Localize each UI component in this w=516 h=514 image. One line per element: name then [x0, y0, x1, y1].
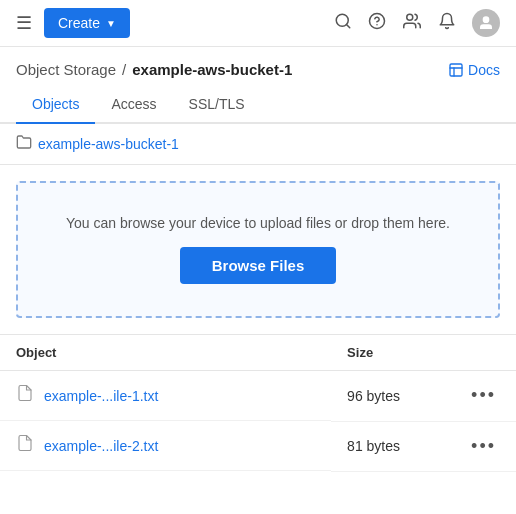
svg-point-5	[483, 17, 488, 22]
create-label: Create	[58, 15, 100, 31]
svg-line-1	[346, 24, 349, 27]
path-label[interactable]: example-aws-bucket-1	[38, 136, 179, 152]
users-icon[interactable]	[402, 12, 422, 35]
search-icon[interactable]	[334, 12, 352, 35]
tab-access[interactable]: Access	[95, 86, 172, 124]
svg-point-4	[407, 14, 413, 20]
tab-ssl-tls[interactable]: SSL/TLS	[173, 86, 261, 124]
nav-icons	[334, 9, 500, 37]
file-name-link[interactable]: example-...ile-2.txt	[44, 438, 158, 454]
file-size: 81 bytes	[331, 421, 451, 471]
file-table: Object Size example-...ile-1.txt 96 byte…	[0, 334, 516, 472]
breadcrumb-current: example-aws-bucket-1	[132, 61, 292, 78]
svg-rect-6	[450, 64, 462, 76]
more-options-button[interactable]: •••	[467, 436, 500, 457]
tab-objects[interactable]: Objects	[16, 86, 95, 124]
upload-zone: You can browse your device to upload fil…	[16, 181, 500, 318]
top-nav: ☰ Create ▼	[0, 0, 516, 47]
folder-icon	[16, 134, 32, 154]
path-bar: example-aws-bucket-1	[0, 124, 516, 165]
docs-link[interactable]: Docs	[448, 62, 500, 78]
file-actions-cell: •••	[451, 371, 516, 422]
hamburger-icon[interactable]: ☰	[16, 12, 32, 34]
upload-description: You can browse your device to upload fil…	[66, 215, 450, 231]
col-actions-header	[451, 335, 516, 371]
browse-files-button[interactable]: Browse Files	[180, 247, 337, 284]
file-icon	[16, 433, 34, 458]
breadcrumb-parent[interactable]: Object Storage	[16, 61, 116, 78]
breadcrumb-separator: /	[122, 61, 126, 78]
chevron-down-icon: ▼	[106, 18, 116, 29]
breadcrumb: Object Storage / example-aws-bucket-1	[16, 61, 292, 78]
breadcrumb-area: Object Storage / example-aws-bucket-1 Do…	[0, 47, 516, 86]
help-icon[interactable]	[368, 12, 386, 35]
file-actions-cell: •••	[451, 421, 516, 471]
table-row: example-...ile-2.txt 81 bytes •••	[0, 421, 516, 471]
docs-label: Docs	[468, 62, 500, 78]
bell-icon[interactable]	[438, 12, 456, 35]
tabs: Objects Access SSL/TLS	[0, 86, 516, 124]
col-size-header: Size	[331, 335, 451, 371]
file-size: 96 bytes	[331, 371, 451, 422]
file-name-link[interactable]: example-...ile-1.txt	[44, 388, 158, 404]
create-button[interactable]: Create ▼	[44, 8, 130, 38]
col-object-header: Object	[0, 335, 331, 371]
table-header-row: Object Size	[0, 335, 516, 371]
file-icon	[16, 383, 34, 408]
table-row: example-...ile-1.txt 96 bytes •••	[0, 371, 516, 422]
avatar[interactable]	[472, 9, 500, 37]
more-options-button[interactable]: •••	[467, 385, 500, 406]
